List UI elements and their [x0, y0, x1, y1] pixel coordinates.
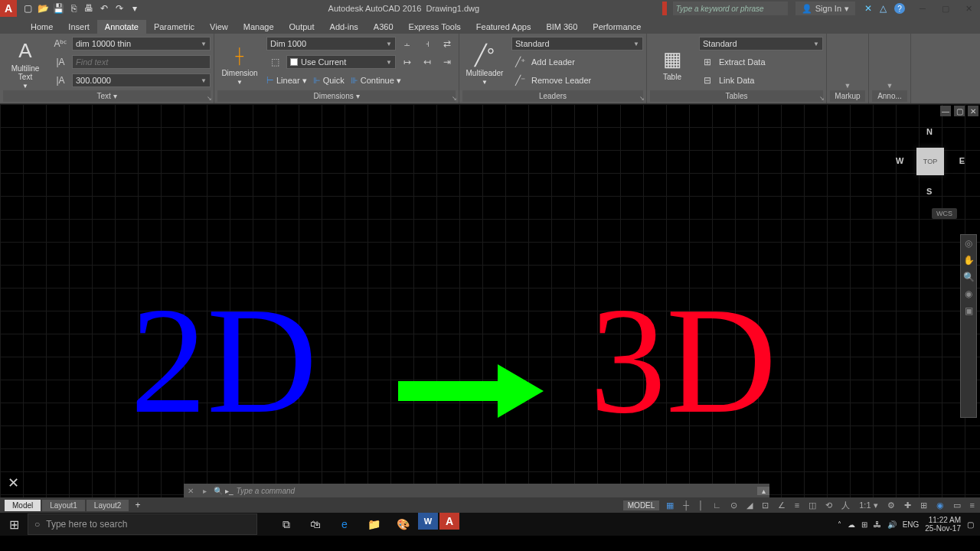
grid-toggle-icon[interactable]: ▦ [664, 500, 676, 510]
tray-volume-icon[interactable]: 🔊 [887, 520, 897, 529]
panel-title-anno[interactable]: Anno... [872, 90, 907, 102]
qat-more-icon[interactable]: ▾ [129, 2, 141, 15]
print-icon[interactable]: 🖶 [83, 2, 95, 15]
panel-title-markup[interactable]: Markup [830, 90, 865, 102]
tray-defender-icon[interactable]: ⊞ [861, 520, 867, 529]
link-icon[interactable]: ⊟ [699, 72, 716, 89]
transparency-icon[interactable]: ◫ [806, 500, 818, 510]
saveas-icon[interactable]: ⎘ [67, 2, 80, 15]
panel-launcher-icon[interactable]: ↘ [207, 95, 212, 102]
layout1-tab[interactable]: Layout1 [42, 500, 85, 511]
tab-a360[interactable]: A360 [366, 20, 401, 34]
annomon-icon[interactable]: 人 [839, 500, 852, 511]
dim-tool1-icon[interactable]: ⫠ [399, 35, 416, 52]
dim-style-combo[interactable]: Dim 1000▼ [266, 37, 396, 51]
help-icon[interactable]: ? [894, 3, 905, 14]
cmd-search-icon[interactable]: 🔍 [211, 487, 225, 495]
tab-manage[interactable]: Manage [236, 20, 282, 34]
tab-parametric[interactable]: Parametric [146, 20, 202, 34]
remove-leader-button[interactable]: Remove Leader [531, 76, 591, 85]
taskbar-word-icon[interactable]: W [418, 513, 438, 530]
table-style-combo[interactable]: Standard▼ [699, 37, 823, 51]
polar-toggle-icon[interactable]: ⊙ [728, 500, 740, 510]
exchange-icon[interactable]: ✕ [864, 3, 872, 14]
multileader-button[interactable]: ╱°Multileader▼ [462, 35, 507, 90]
cmd-recent-icon[interactable]: ▸ [198, 487, 211, 495]
tab-output[interactable]: Output [282, 20, 322, 34]
new-icon[interactable]: ▢ [21, 2, 34, 15]
dim-tool4-icon[interactable]: ↦ [399, 54, 416, 70]
tray-lang[interactable]: ENG [903, 520, 920, 529]
tab-view[interactable]: View [202, 20, 236, 34]
infocenter-icon[interactable] [662, 2, 667, 15]
tray-onedrive-icon[interactable]: ☁ [848, 520, 855, 529]
panel-title-text[interactable]: Text ▾ [3, 90, 211, 102]
showmotion-icon[interactable]: ▣ [965, 305, 973, 316]
cmd-input[interactable]: Type a command [234, 487, 757, 495]
dim-tool5-icon[interactable]: ↤ [419, 54, 436, 70]
multiline-text-button[interactable]: A Multiline Text▼ [3, 35, 47, 90]
add-leader-button[interactable]: Add Leader [531, 57, 575, 67]
taskbar-explorer-icon[interactable]: 📁 [360, 513, 387, 536]
cmd-history-icon[interactable]: ▴ [757, 487, 769, 495]
viewport-max-icon[interactable]: ▢ [954, 106, 965, 116]
save-icon[interactable]: 💾 [52, 2, 64, 15]
isodraft-icon[interactable]: ◢ [744, 500, 755, 510]
a360-icon[interactable]: △ [880, 3, 887, 14]
fullnav-icon[interactable]: ◎ [965, 238, 972, 249]
panel-launcher-icon[interactable]: ↘ [819, 95, 825, 102]
lineweight-icon[interactable]: ≡ [792, 500, 802, 510]
link-data-button[interactable]: Link Data [719, 76, 754, 85]
tray-up-icon[interactable]: ˄ [838, 520, 841, 529]
tab-performance[interactable]: Performance [585, 20, 648, 34]
text-height-combo[interactable]: 300.0000▼ [72, 73, 211, 87]
gear-icon[interactable]: ⚙ [885, 500, 897, 510]
tab-insert[interactable]: Insert [60, 20, 97, 34]
remove-leader-icon[interactable]: ╱⁻ [511, 72, 528, 89]
quick-dim-button[interactable]: ⊩Quick [313, 76, 345, 86]
workspace-icon[interactable]: ⊞ [918, 500, 929, 510]
otrack-toggle-icon[interactable]: ∠ [776, 500, 788, 510]
textstyle-icon[interactable]: Aᵇᶜ [52, 35, 69, 52]
tray-notifications-icon[interactable]: ▢ [967, 520, 974, 529]
tray-clock[interactable]: 11:22 AM25-Nov-17 [925, 516, 961, 533]
open-icon[interactable]: 📂 [37, 2, 49, 15]
minimize-button[interactable]: ─ [911, 0, 934, 17]
linear-dim-button[interactable]: ⊢Linear ▾ [266, 76, 307, 86]
cycling-icon[interactable]: ⟲ [823, 500, 835, 510]
extract-icon[interactable]: ⊞ [699, 54, 716, 70]
ortho-toggle-icon[interactable]: ∟ [710, 500, 724, 510]
dim-tool3-icon[interactable]: ⇄ [439, 35, 456, 52]
taskbar-autocad-icon[interactable]: A [439, 513, 459, 530]
viewcube-top[interactable]: TOP [916, 148, 944, 175]
taskbar-paint-icon[interactable]: 🎨 [389, 513, 416, 536]
undo-icon[interactable]: ↶ [98, 2, 110, 15]
viewcube[interactable]: N S W E TOP [896, 127, 965, 196]
command-line[interactable]: ✕ ▸ 🔍 ▸_ Type a command ▴ [184, 484, 769, 497]
cleanscreen-icon[interactable]: ▭ [951, 500, 963, 510]
tab-annotate[interactable]: Annotate [97, 20, 146, 34]
close-button[interactable]: ✕ [957, 0, 980, 17]
maximize-button[interactable]: ▢ [934, 0, 957, 17]
snap-toggle-icon[interactable]: ┼ [681, 500, 691, 510]
find-icon[interactable]: |A [52, 54, 69, 70]
layer-icon[interactable]: ⬚ [266, 54, 283, 70]
panel-launcher-icon[interactable]: ↘ [639, 95, 645, 102]
tray-network-icon[interactable]: 🖧 [874, 520, 881, 529]
panel-title-dimensions[interactable]: Dimensions ▾ [217, 90, 456, 102]
extract-data-button[interactable]: Extract Data [719, 57, 766, 67]
viewport-min-icon[interactable]: — [940, 106, 951, 116]
tab-addins[interactable]: Add-ins [322, 20, 366, 34]
use-current-combo[interactable]: Use Current▼ [286, 55, 396, 69]
taskbar-store-icon[interactable]: 🛍 [302, 513, 329, 536]
height-icon[interactable]: |A [52, 72, 69, 89]
autocad-logo-icon[interactable]: A [0, 0, 17, 17]
infocenter-search[interactable]: Type a keyword or phrase [673, 2, 788, 15]
continue-dim-button[interactable]: ⊪Continue ▾ [351, 76, 401, 86]
annovis-icon[interactable]: ✚ [902, 500, 913, 510]
hwaccel-icon[interactable]: ◉ [934, 500, 946, 510]
orbit-icon[interactable]: ◉ [965, 289, 972, 299]
signin-button[interactable]: 👤Sign In ▾ [795, 2, 855, 15]
table-button[interactable]: ▦Table [650, 35, 694, 90]
pan-icon[interactable]: ✋ [963, 255, 975, 266]
